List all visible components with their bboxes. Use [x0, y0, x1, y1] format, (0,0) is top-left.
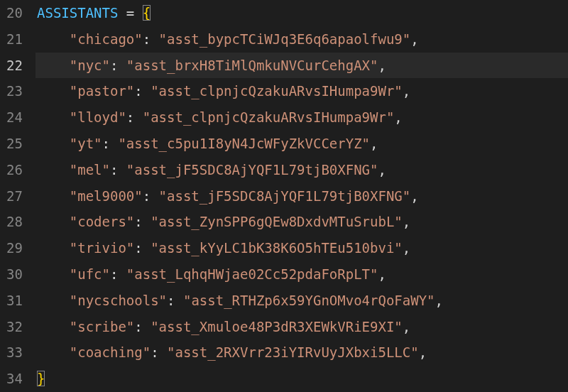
variable-name: ASSISTANTS [37, 5, 118, 21]
code-line[interactable]: "coaching": "asst_2RXVrr23iYIRvUyJXbxi5L… [36, 339, 568, 366]
dict-value: "asst_Xmuloe48P3dR3XEWkVRiE9XI" [151, 319, 403, 334]
code-line[interactable]: "ufc": "asst_LqhqHWjae02Cc52pdaFoRpLT", [36, 261, 568, 288]
code-line[interactable]: "lloyd": "asst_clpnjcQzakuARvsIHumpa9Wr"… [36, 104, 568, 131]
comma: , [394, 109, 402, 125]
dict-key: "nycschools" [70, 293, 167, 308]
dict-value: "asst_RTHZp6x59YGnOMvo4rQoFaWY" [183, 293, 435, 308]
dict-value: "asst_bypcTCiWJq3E6q6apaolfwu9" [159, 31, 411, 47]
line-number: 24 [4, 104, 23, 131]
colon: : [126, 109, 143, 125]
assign-operator: = [118, 5, 142, 21]
comma: , [378, 162, 386, 178]
dict-key: "trivio" [70, 240, 135, 256]
code-line[interactable]: "pastor": "asst_clpnjcQzakuARvsIHumpa9Wr… [36, 78, 568, 104]
code-line[interactable]: "nycschools": "asst_RTHZp6x59YGnOMvo4rQo… [36, 288, 568, 314]
colon: : [134, 214, 151, 229]
line-number: 34 [4, 366, 23, 392]
dict-key: "mel" [70, 162, 110, 178]
line-number: 23 [4, 78, 23, 104]
dict-key: "mel9000" [70, 188, 143, 204]
line-number: 31 [4, 288, 23, 314]
code-line[interactable]: "yt": "asst_c5pu1I8yN4JcWFyZkVCCerYZ", [36, 131, 568, 157]
line-number: 32 [4, 314, 23, 340]
dict-value: "asst_brxH8TiMlQmkuNVCurCehgAX" [126, 58, 378, 73]
dict-key: "scribe" [70, 319, 135, 334]
dict-value: "asst_c5pu1I8yN4JcWFyZkVCCerYZ" [118, 136, 370, 151]
line-number: 26 [4, 157, 23, 183]
line-number-gutter: 202122232425262728293031323334 [0, 0, 36, 392]
comma: , [410, 188, 418, 204]
line-number: 28 [4, 209, 23, 235]
dict-value: "asst_clpnjcQzakuARvsIHumpa9Wr" [151, 83, 403, 99]
dict-value: "asst_LqhqHWjae02Cc52pdaFoRpLT" [126, 266, 378, 282]
line-number: 25 [4, 131, 23, 157]
comma: , [403, 319, 410, 334]
line-number: 21 [4, 26, 23, 53]
line-number: 33 [4, 339, 23, 366]
comma: , [403, 214, 410, 229]
dict-key: "chicago" [70, 31, 143, 47]
dict-key: "ufc" [70, 266, 110, 282]
close-brace: } [37, 371, 45, 386]
colon: : [102, 136, 119, 151]
dict-value: "asst_clpnjcQzakuARvsIHumpa9Wr" [143, 109, 395, 125]
comma: , [419, 344, 427, 360]
dict-value: "asst_ZynSPP6gQEw8DxdvMTuSrubL" [151, 214, 403, 229]
colon: : [143, 188, 159, 204]
comma: , [410, 31, 418, 47]
dict-key: "lloyd" [70, 109, 126, 125]
colon: : [134, 240, 151, 256]
dict-value: "asst_jF5SDC8AjYQF1L79tjB0XFNG" [126, 162, 378, 178]
colon: : [167, 293, 183, 308]
comma: , [378, 266, 386, 282]
colon: : [151, 344, 167, 360]
line-number: 27 [4, 183, 23, 209]
line-number: 20 [4, 0, 23, 26]
code-editor[interactable]: 202122232425262728293031323334 ASSISTANT… [0, 0, 568, 392]
code-line[interactable]: "mel": "asst_jF5SDC8AjYQF1L79tjB0XFNG", [36, 157, 568, 183]
colon: : [143, 31, 159, 47]
dict-key: "coders" [70, 214, 135, 229]
dict-key: "yt" [70, 136, 102, 151]
comma: , [370, 136, 378, 151]
dict-key: "pastor" [70, 83, 135, 99]
line-number: 29 [4, 235, 23, 261]
code-line[interactable]: "coders": "asst_ZynSPP6gQEw8DxdvMTuSrubL… [36, 209, 568, 235]
comma: , [403, 240, 410, 256]
code-line[interactable]: "nyc": "asst_brxH8TiMlQmkuNVCurCehgAX", [36, 53, 568, 79]
code-line[interactable]: "trivio": "asst_kYyLC1bK38K6O5hTEu510bvi… [36, 235, 568, 261]
code-line[interactable]: } [36, 366, 568, 392]
colon: : [134, 83, 151, 99]
comma: , [403, 83, 410, 99]
line-number: 22 [4, 53, 23, 79]
code-line[interactable]: ASSISTANTS = { [36, 0, 568, 26]
dict-value: "asst_2RXVrr23iYIRvUyJXbxi5LLC" [167, 344, 419, 360]
colon: : [134, 319, 151, 334]
dict-value: "asst_jF5SDC8AjYQF1L79tjB0XFNG" [159, 188, 411, 204]
colon: : [110, 162, 126, 178]
code-line[interactable]: "scribe": "asst_Xmuloe48P3dR3XEWkVRiE9XI… [36, 314, 568, 340]
code-line[interactable]: "mel9000": "asst_jF5SDC8AjYQF1L79tjB0XFN… [36, 183, 568, 209]
open-brace: { [143, 5, 151, 21]
comma: , [435, 293, 443, 308]
code-line[interactable]: "chicago": "asst_bypcTCiWJq3E6q6apaolfwu… [36, 26, 568, 53]
comma: , [378, 58, 386, 73]
dict-key: "nyc" [70, 58, 110, 73]
dict-key: "coaching" [70, 344, 151, 360]
line-number: 30 [4, 261, 23, 288]
colon: : [110, 58, 126, 73]
code-area[interactable]: ASSISTANTS = { "chicago": "asst_bypcTCiW… [36, 0, 568, 392]
dict-value: "asst_kYyLC1bK38K6O5hTEu510bvi" [151, 240, 403, 256]
colon: : [110, 266, 126, 282]
